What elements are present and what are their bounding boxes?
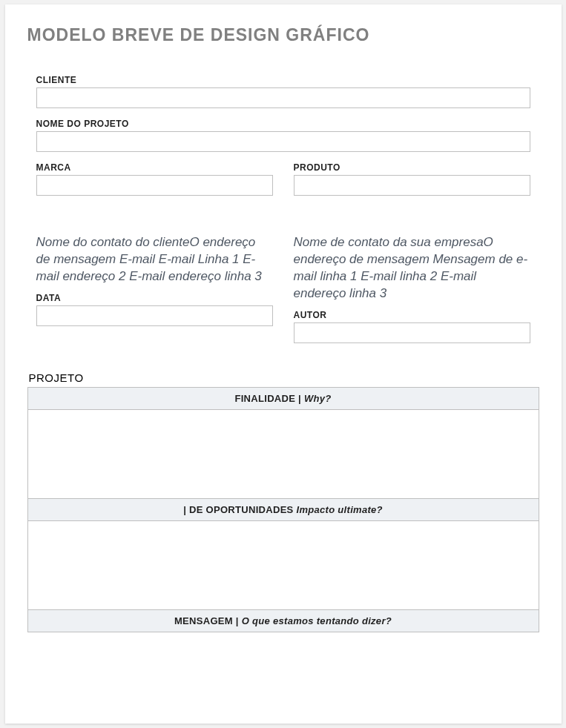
marca-input[interactable] (36, 175, 273, 196)
autor-input[interactable] (294, 322, 530, 343)
client-contact-text: Nome do contato do clienteO endereço de … (36, 234, 273, 285)
field-cliente: CLIENTE (36, 75, 530, 108)
finalidade-header-a: FINALIDADE | (234, 393, 303, 404)
field-produto: PRODUTO (294, 162, 530, 196)
data-input[interactable] (36, 305, 273, 326)
marca-label: MARCA (36, 162, 273, 173)
oportunidades-cell (27, 520, 539, 609)
client-contact-block: Nome do contato do clienteO endereço de … (36, 206, 273, 343)
top-fields-block: CLIENTE NOME DO PROJETO MARCA PRODUTO No… (27, 75, 539, 343)
mensagem-header-b: O que estamos tentando dizer? (242, 615, 392, 626)
data-label: DATA (36, 293, 273, 303)
cliente-input[interactable] (36, 87, 530, 108)
cliente-label: CLIENTE (36, 75, 530, 85)
produto-label: PRODUTO (294, 162, 530, 173)
finalidade-header: FINALIDADE | Why? (27, 387, 539, 409)
oportunidades-header-a: | DE OPORTUNIDADES (183, 504, 296, 515)
mensagem-header: MENSAGEM | O que estamos tentando dizer? (27, 609, 539, 632)
field-marca: MARCA (36, 162, 273, 196)
nome-projeto-label: NOME DO PROJETO (36, 119, 530, 129)
finalidade-input[interactable] (31, 411, 536, 494)
project-table: FINALIDADE | Why? | DE OPORTUNIDADES Imp… (27, 387, 539, 632)
finalidade-cell (27, 409, 539, 498)
finalidade-header-b: Why? (304, 393, 332, 404)
mensagem-header-a: MENSAGEM | (174, 615, 242, 626)
company-contact-text: Nome de contato da sua empresaO endereço… (294, 234, 530, 302)
page: MODELO BREVE DE DESIGN GRÁFICO CLIENTE N… (5, 4, 562, 724)
nome-projeto-input[interactable] (36, 131, 530, 152)
company-contact-block: Nome de contato da sua empresaO endereço… (294, 206, 530, 343)
page-title: MODELO BREVE DE DESIGN GRÁFICO (27, 25, 539, 45)
row-marca-produto: MARCA PRODUTO (36, 162, 530, 196)
oportunidades-input[interactable] (31, 523, 536, 605)
row-contacts: Nome do contato do clienteO endereço de … (36, 206, 530, 343)
oportunidades-header: | DE OPORTUNIDADES Impacto ultimate? (27, 498, 539, 520)
oportunidades-header-b: Impacto ultimate? (297, 504, 383, 515)
produto-input[interactable] (294, 175, 530, 196)
autor-label: AUTOR (294, 310, 530, 320)
projeto-section-label: PROJETO (29, 371, 539, 384)
field-nome-projeto: NOME DO PROJETO (36, 119, 530, 152)
